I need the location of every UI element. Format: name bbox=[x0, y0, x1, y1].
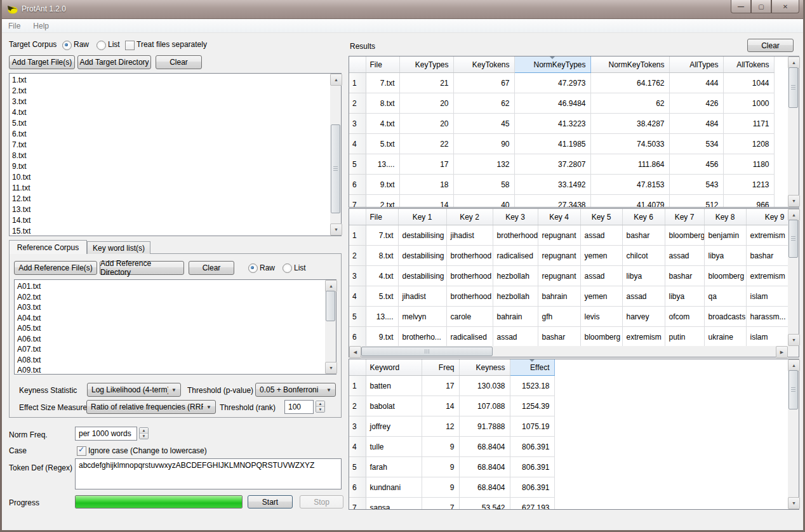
cell[interactable]: bashar bbox=[665, 266, 704, 286]
row-number[interactable]: 6 bbox=[349, 477, 366, 498]
threshold-rank-input[interactable]: 100 bbox=[284, 400, 314, 414]
cell[interactable]: extremism bbox=[746, 266, 788, 286]
cell[interactable]: 512 bbox=[669, 195, 723, 208]
cell[interactable]: 74.5033 bbox=[590, 134, 669, 154]
effect-size-select[interactable]: Ratio of relative frequencies (RRF) ▼ bbox=[86, 400, 216, 414]
reference-list-radio[interactable] bbox=[283, 263, 292, 274]
cell[interactable]: qa bbox=[704, 286, 746, 307]
list-item[interactable]: 13.txt bbox=[10, 204, 329, 215]
list-item[interactable]: 9.txt bbox=[10, 161, 329, 172]
cell[interactable]: 21 bbox=[399, 73, 453, 93]
target-file-list[interactable]: 1.txt2.txt3.txt4.txt5.txt6.txt7.txt8.txt… bbox=[9, 73, 342, 236]
cell[interactable]: libya bbox=[622, 266, 665, 286]
reference-file-list[interactable]: A01.txtA02.txtA03.txtA04.txtA05.txtA06.t… bbox=[14, 279, 336, 375]
treat-files-checkbox[interactable] bbox=[125, 41, 135, 51]
row-number[interactable]: 1 bbox=[349, 376, 366, 396]
cell[interactable]: radicalised bbox=[493, 246, 538, 266]
scrollbar-thumb[interactable] bbox=[788, 67, 798, 108]
list-item[interactable]: A08.txt bbox=[15, 355, 324, 366]
cell[interactable]: bloomberg bbox=[580, 327, 622, 347]
cell[interactable]: 456 bbox=[669, 154, 723, 175]
cell[interactable]: 7.txt bbox=[366, 225, 398, 246]
column-header[interactable]: Key 4 bbox=[538, 209, 580, 225]
table-row[interactable]: 17.txtdestabilisingjihadistbrotherhoodre… bbox=[349, 225, 788, 246]
row-number[interactable]: 5 bbox=[349, 457, 366, 477]
cell[interactable]: 90 bbox=[453, 134, 514, 154]
row-number[interactable]: 3 bbox=[349, 114, 366, 134]
cell[interactable]: farah bbox=[366, 457, 422, 477]
column-header[interactable]: NormKeyTokens bbox=[590, 57, 669, 73]
cell[interactable]: 9.txt bbox=[366, 175, 399, 195]
list-item[interactable]: A02.txt bbox=[15, 292, 324, 303]
cell[interactable]: 1000 bbox=[723, 93, 774, 114]
cell[interactable]: batten bbox=[366, 376, 422, 396]
cell[interactable]: 68.8404 bbox=[459, 457, 510, 477]
table-row[interactable]: 7sansa753.542627.193 bbox=[349, 498, 554, 510]
table-row[interactable]: 2babolat14107.0881254.39 bbox=[349, 396, 554, 416]
scrollbar-thumb[interactable] bbox=[331, 124, 340, 213]
cell[interactable]: jihadist bbox=[398, 286, 446, 307]
cell[interactable]: 67 bbox=[453, 73, 514, 93]
menu-item-file[interactable]: File bbox=[2, 22, 27, 30]
cell[interactable]: brotherho... bbox=[398, 327, 446, 347]
cell[interactable]: 58 bbox=[453, 175, 514, 195]
cell[interactable]: brotherhood bbox=[446, 266, 493, 286]
token-def-input[interactable]: abcdefghijklmnopqrstuvwxyzABCDEFGHIJKLMN… bbox=[75, 458, 342, 489]
cell[interactable]: melvyn bbox=[398, 307, 446, 327]
cell[interactable]: 4.txt bbox=[366, 266, 398, 286]
cell[interactable]: libya bbox=[704, 246, 746, 266]
keys-table-hscrollbar[interactable]: ◀ ▶ bbox=[349, 346, 788, 357]
reference-raw-radio[interactable] bbox=[248, 263, 258, 274]
cell[interactable]: 20 bbox=[399, 114, 453, 134]
column-header[interactable]: AllTokens bbox=[723, 57, 774, 73]
scroll-up-icon[interactable]: ▲ bbox=[330, 74, 342, 86]
cell[interactable]: hezbollah bbox=[493, 266, 538, 286]
norm-freq-input[interactable]: per 1000 words bbox=[75, 427, 137, 441]
table-row[interactable]: 72.txt144027.343841.4079512966 bbox=[349, 195, 774, 208]
cell[interactable]: bahrain bbox=[493, 307, 538, 327]
column-header[interactable]: Key 5 bbox=[580, 209, 622, 225]
column-header[interactable]: Key 1 bbox=[398, 209, 446, 225]
cell[interactable]: yemen bbox=[580, 286, 622, 307]
cell[interactable]: 543 bbox=[669, 175, 723, 195]
cell[interactable]: 7 bbox=[422, 498, 459, 510]
threshold-rank-stepper[interactable]: ▲ ▼ bbox=[316, 401, 325, 413]
add-reference-directory-button[interactable]: Add Reference Directory bbox=[100, 261, 184, 275]
row-number[interactable]: 4 bbox=[349, 134, 366, 154]
cell[interactable]: 426 bbox=[669, 93, 723, 114]
list-item[interactable]: 1.txt bbox=[10, 75, 329, 86]
column-header[interactable]: Key 7 bbox=[665, 209, 704, 225]
cell[interactable]: 966 bbox=[723, 195, 774, 208]
list-item[interactable]: 8.txt bbox=[10, 150, 329, 161]
row-number[interactable]: 3 bbox=[349, 416, 366, 437]
keyword-table-scrollbar[interactable]: ▲ ▼ bbox=[788, 359, 799, 509]
table-row[interactable]: 34.txt204541.322338.42874841171 bbox=[349, 114, 774, 134]
cell[interactable]: extremism bbox=[746, 225, 788, 246]
cell[interactable]: assad bbox=[622, 286, 665, 307]
cell[interactable]: ukraine bbox=[704, 327, 746, 347]
add-reference-files-button[interactable]: Add Reference File(s) bbox=[14, 261, 97, 275]
cell[interactable]: gfh bbox=[538, 307, 580, 327]
cell[interactable]: 1180 bbox=[723, 154, 774, 175]
cell[interactable]: 40 bbox=[453, 195, 514, 208]
cell[interactable]: repugnant bbox=[538, 246, 580, 266]
list-item[interactable]: A01.txt bbox=[15, 281, 324, 292]
column-header[interactable]: NormKeyTypes bbox=[514, 57, 590, 73]
table-row[interactable]: 6kundnani968.8404806.391 bbox=[349, 477, 554, 498]
column-header[interactable]: Key 2 bbox=[446, 209, 493, 225]
column-header[interactable]: Key 3 bbox=[493, 209, 538, 225]
list-item[interactable]: 6.txt bbox=[10, 129, 329, 140]
norm-freq-stepper[interactable]: ▲ ▼ bbox=[139, 427, 149, 439]
title-bar[interactable]: ProtAnt 1.2.0 — ▢ ✕ bbox=[0, 0, 805, 19]
cell[interactable]: 62 bbox=[590, 93, 669, 114]
list-item[interactable]: A03.txt bbox=[15, 302, 324, 313]
row-number[interactable]: 5 bbox=[349, 307, 366, 327]
cell[interactable]: 53.542 bbox=[459, 498, 510, 510]
cell[interactable]: bashar bbox=[538, 327, 580, 347]
column-header[interactable]: AllTypes bbox=[669, 57, 723, 73]
row-number[interactable]: 4 bbox=[349, 437, 366, 457]
cell[interactable]: 17 bbox=[422, 376, 459, 396]
add-target-directory-button[interactable]: Add Target Directory bbox=[77, 55, 151, 69]
cell[interactable]: babolat bbox=[366, 396, 422, 416]
cell[interactable]: 107.088 bbox=[459, 396, 510, 416]
